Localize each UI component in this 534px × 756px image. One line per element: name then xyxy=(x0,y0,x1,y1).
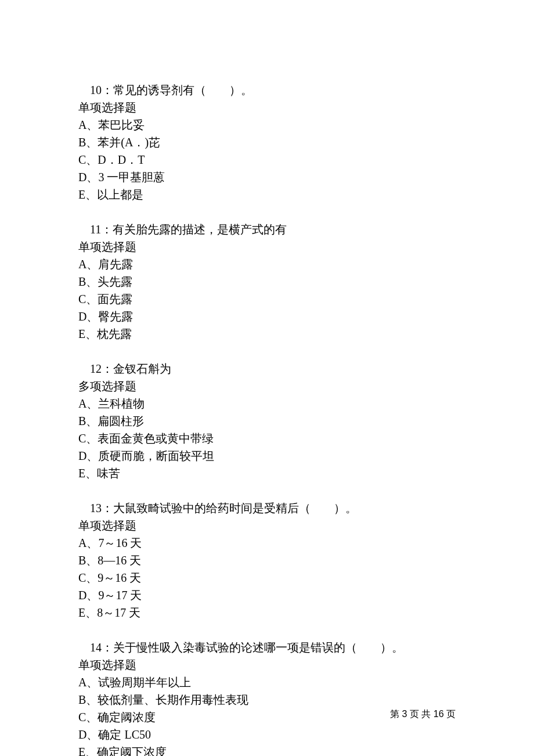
option: B、头先露 xyxy=(78,273,456,290)
option: B、8—16 天 xyxy=(78,552,456,569)
option: A、苯巴比妥 xyxy=(78,116,456,134)
question-title: 13：大鼠致畸试验中的给药时间是受精后（ ）。 xyxy=(78,499,456,517)
option: D、3 一甲基胆蒽 xyxy=(78,168,456,186)
option: C、面先露 xyxy=(78,290,456,308)
question-block: 13：大鼠致畸试验中的给药时间是受精后（ ）。 单项选择题 A、7～16 天 B… xyxy=(78,499,456,621)
option: A、兰科植物 xyxy=(78,395,456,412)
option: D、质硬而脆，断面较平坦 xyxy=(78,447,456,465)
question-title: 14：关于慢性吸入染毒试验的论述哪一项是错误的（ ）。 xyxy=(78,639,456,656)
question-block: 12：金钗石斛为 多项选择题 A、兰科植物 B、扁圆柱形 C、表面金黄色或黄中带… xyxy=(78,360,456,482)
option: D、臀先露 xyxy=(78,308,456,325)
question-type: 单项选择题 xyxy=(78,656,456,674)
option: E、确定阈下浓度 xyxy=(78,743,456,756)
option: D、9～17 天 xyxy=(78,586,456,604)
question-title: 10：常见的诱导剂有（ ）。 xyxy=(78,81,456,99)
option: B、较低剂量、长期作用毒性表现 xyxy=(78,691,456,708)
option: E、味苦 xyxy=(78,465,456,482)
question-type: 单项选择题 xyxy=(78,238,456,255)
option: C、D．D．T xyxy=(78,151,456,168)
question-block: 14：关于慢性吸入染毒试验的论述哪一项是错误的（ ）。 单项选择题 A、试验周期… xyxy=(78,639,456,756)
option: B、苯并(A．)芘 xyxy=(78,134,456,151)
option: E、枕先露 xyxy=(78,325,456,343)
option: A、7～16 天 xyxy=(78,534,456,552)
question-title: 12：金钗石斛为 xyxy=(78,360,456,377)
option: E、以上都是 xyxy=(78,186,456,203)
option: B、扁圆柱形 xyxy=(78,412,456,430)
question-title: 11：有关胎先露的描述，是横产式的有 xyxy=(78,221,456,238)
document-content: 10：常见的诱导剂有（ ）。 单项选择题 A、苯巴比妥 B、苯并(A．)芘 C、… xyxy=(0,0,534,756)
question-type: 单项选择题 xyxy=(78,517,456,534)
option: E、8～17 天 xyxy=(78,604,456,621)
option: D、确定 LC50 xyxy=(78,726,456,743)
question-block: 11：有关胎先露的描述，是横产式的有 单项选择题 A、肩先露 B、头先露 C、面… xyxy=(78,221,456,343)
question-type: 单项选择题 xyxy=(78,99,456,116)
question-type: 多项选择题 xyxy=(78,377,456,395)
option: C、9～16 天 xyxy=(78,569,456,586)
page-footer: 第 3 页 共 16 页 xyxy=(390,707,456,721)
option: A、试验周期半年以上 xyxy=(78,674,456,691)
option: C、表面金黄色或黄中带绿 xyxy=(78,430,456,447)
option: A、肩先露 xyxy=(78,255,456,273)
question-block: 10：常见的诱导剂有（ ）。 单项选择题 A、苯巴比妥 B、苯并(A．)芘 C、… xyxy=(78,81,456,203)
